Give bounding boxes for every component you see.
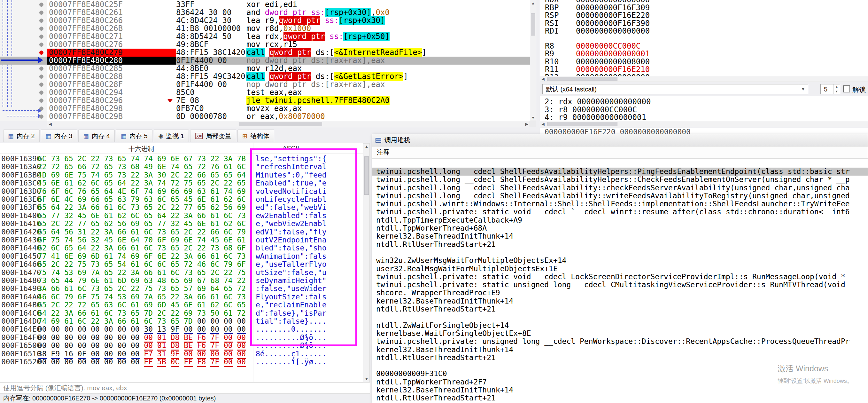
disasm-row[interactable]: 00007FF8E480C26B41:B8 00100000mov r8d,0x… bbox=[0, 25, 530, 33]
callstack-row[interactable]: twinui.pcshell.private: static void __cd… bbox=[372, 273, 868, 281]
hscroll-thumb[interactable] bbox=[547, 77, 617, 81]
callstack-row[interactable]: ntdll.ZwWaitForSingleObject+14 bbox=[372, 321, 868, 329]
instruction-dot-icon[interactable] bbox=[39, 75, 43, 79]
instruction-dot-icon[interactable] bbox=[39, 27, 43, 31]
disasm-row[interactable]: 00007FF8E480C29B0D 00000780or eax,0x8007… bbox=[0, 113, 530, 121]
disasm-row[interactable]: 00007FF8E480C27649:8BCFmov rcx,r15 bbox=[0, 40, 530, 49]
callstack-row[interactable]: twinui.pcshell.private: static void __cd… bbox=[372, 208, 868, 216]
scroll-down-icon[interactable]: ▼ bbox=[530, 115, 536, 121]
register-row[interactable]: R120000000000000000 bbox=[540, 74, 868, 76]
hscroll-thumb[interactable] bbox=[239, 122, 322, 126]
scroll-right-icon[interactable]: ▶ bbox=[524, 121, 530, 127]
disasm-row[interactable]: 00007FF8E480C2967E 08jle twinui.pcshell.… bbox=[0, 96, 530, 105]
breakpoint-dot-icon[interactable] bbox=[39, 51, 43, 55]
disasm-row[interactable]: 00007FF8E480C27948:FF15 38C14200call qwo… bbox=[0, 49, 530, 57]
disasm-row[interactable]: 00007FF8E480C29485C0test eax,eax bbox=[0, 89, 530, 96]
disassembly-hscrollbar[interactable]: ◀ ▶ bbox=[47, 121, 530, 127]
disasm-row[interactable]: 00007FF8E480C25F33FFxor edi,edi bbox=[0, 1, 530, 9]
hexdump-row[interactable]: 000F1652000 00 00 00 00 00 00 00 EE 5B 0… bbox=[0, 358, 370, 366]
scroll-down-icon[interactable]: ▼ bbox=[364, 376, 369, 382]
hexdump-row[interactable]: 000F1651038 E9 16 0F 00 00 00 00 E7 31 9… bbox=[0, 350, 370, 358]
callstack-row[interactable]: twinui.pcshell.winrt::Windows::Internal:… bbox=[372, 200, 868, 208]
view-tab[interactable]: ▦内存 2 bbox=[3, 129, 40, 142]
callstack-row[interactable]: twinui.pcshell.private: static unsigned … bbox=[372, 281, 868, 289]
unlock-checkbox[interactable] bbox=[843, 85, 850, 92]
disasm-row[interactable]: 00007FF8E480C28544:8BE0mov r12d,eax bbox=[0, 65, 530, 73]
callstack-row[interactable]: shcore._WrapperThreadProc+E9 bbox=[372, 289, 868, 297]
vscroll-thumb[interactable] bbox=[531, 13, 535, 35]
calling-convention-select[interactable]: 默认 (x64 fastcall) ▼ bbox=[542, 84, 808, 94]
callstack-row[interactable]: kernel32.BaseThreadInitThunk+14 bbox=[372, 346, 868, 354]
register-row[interactable]: R90000000000000001 bbox=[540, 50, 868, 58]
disasm-row[interactable]: 00007FF8E480C28848:FF15 49C34200call qwo… bbox=[0, 73, 530, 81]
instruction-dot-icon[interactable] bbox=[39, 34, 43, 39]
register-row[interactable]: RBP000000000F16F309 bbox=[540, 4, 868, 12]
disasm-row[interactable]: 00007FF8E480C261836424 30 00and dword pt… bbox=[0, 9, 530, 17]
callstack-titlebar[interactable]: 调用堆栈 bbox=[372, 134, 868, 146]
instruction-dot-icon[interactable] bbox=[39, 98, 43, 103]
scroll-up-icon[interactable]: ▲ bbox=[530, 0, 536, 6]
instruction-dot-icon[interactable] bbox=[39, 42, 43, 47]
callstack-row[interactable]: user32.RealMsgWaitForMultipleObjectsEx+1… bbox=[372, 265, 868, 273]
callstack-row[interactable]: ntdll.RtlUserThreadStart+21 bbox=[372, 394, 868, 402]
hscroll-thumb[interactable] bbox=[547, 122, 617, 126]
callstack-row[interactable]: kernel32.BaseThreadInitThunk+14 bbox=[372, 386, 868, 394]
callstack-row[interactable]: ntdll.RtlUserThreadStart+21 bbox=[372, 354, 868, 362]
scroll-left-icon[interactable]: ◀ bbox=[540, 121, 546, 127]
callstack-row[interactable]: ntdll.RtlUserThreadStart+21 bbox=[372, 240, 868, 249]
scroll-left-icon[interactable]: ◀ bbox=[540, 76, 546, 82]
instruction-dot-icon[interactable] bbox=[39, 3, 43, 7]
disasm-row[interactable]: 00007FF8E480C2800F1F4400 00nop dword ptr… bbox=[0, 57, 530, 65]
callstack-row[interactable]: win32u.ZwUserMsgWaitForMultipleObjectsEx… bbox=[372, 257, 868, 264]
disasm-row[interactable]: 00007FF8E480C2980FB7C0movzx eax,ax bbox=[0, 105, 530, 113]
view-tab[interactable]: ▦内存 5 bbox=[116, 129, 152, 142]
instruction-dot-icon[interactable] bbox=[39, 83, 43, 87]
register-row[interactable]: RSI000000000F16F390 bbox=[540, 20, 868, 28]
chevron-down-icon[interactable]: ▼ bbox=[798, 84, 808, 94]
callstack-row[interactable]: ntdll.RtlUserThreadStart+21 bbox=[372, 305, 868, 313]
fastcall-arg-row[interactable]: 3: r8 00000000CC000C bbox=[540, 106, 868, 114]
callstack-row[interactable]: kernel32.BaseThreadInitThunk+14 bbox=[372, 297, 868, 305]
view-tab[interactable]: ◉监视 1 bbox=[154, 129, 189, 142]
instruction-dot-icon[interactable] bbox=[39, 107, 43, 111]
callstack-row[interactable]: twinui.pcshell.long __cdecl ShellFeedsAv… bbox=[372, 184, 868, 192]
instruction-dot-icon[interactable] bbox=[39, 19, 43, 23]
disassembly-vscrollbar[interactable]: ▲ ▼ bbox=[530, 0, 536, 121]
callstack-row[interactable]: kernel32.BaseThreadInitThunk+14 bbox=[372, 232, 868, 240]
instruction-dot-icon[interactable] bbox=[39, 10, 43, 15]
disasm-row[interactable]: 00007FF8E480C2664C:8D4C24 30lea r9,qword… bbox=[0, 17, 530, 25]
fastcall-arg-row[interactable]: 4: r9 0000000000000001 bbox=[540, 114, 868, 121]
arguments-hscrollbar[interactable]: ◀ bbox=[540, 121, 868, 127]
register-row[interactable]: R11000000000F16E210 bbox=[540, 65, 868, 74]
view-tab[interactable]: ⊞结构体 bbox=[238, 129, 274, 142]
hexdump-vscrollbar[interactable]: ▲ ▼ bbox=[363, 143, 370, 382]
disasm-row[interactable]: 00007FF8E480C28F0F1F4400 00nop dword ptr… bbox=[0, 81, 530, 89]
instruction-dot-icon[interactable] bbox=[39, 115, 43, 119]
callstack-row[interactable]: ntdll.TppWorkerThread+68A bbox=[372, 224, 868, 232]
disasm-row[interactable]: 00007FF8E480C27148:8D5424 50lea rdx,qwor… bbox=[0, 33, 530, 40]
scroll-left-icon[interactable]: ◀ bbox=[47, 121, 53, 127]
callstack-row[interactable]: kernelbase.WaitForSingleObjectEx+8E bbox=[372, 329, 868, 338]
instruction-dot-icon[interactable] bbox=[39, 90, 43, 95]
instruction-dot-icon[interactable] bbox=[39, 66, 43, 71]
registers-hscrollbar[interactable]: ◀ bbox=[540, 76, 868, 82]
fastcall-arg-row[interactable]: 2: rdx 0000000000000000 bbox=[540, 98, 868, 106]
register-row[interactable]: RSP000000000F16E220 bbox=[540, 11, 868, 20]
view-tab[interactable]: ▦内存 3 bbox=[41, 129, 78, 142]
stepper-arrows-icon[interactable]: ▲▼ bbox=[833, 84, 840, 94]
hexdump-address: 000F16400 bbox=[1, 212, 41, 220]
scroll-up-icon[interactable]: ▲ bbox=[364, 144, 369, 149]
callstack-row[interactable]: twinui.pcshell.long __cdecl ShellFeedsAv… bbox=[372, 192, 868, 200]
register-row[interactable]: RDI0000000000000000 bbox=[540, 27, 868, 35]
callstack-row[interactable]: ntdll.TppTimerpExecuteCallback+A9 bbox=[372, 216, 868, 224]
argument-count-stepper[interactable]: 5 ▲▼ bbox=[820, 84, 840, 94]
view-tab[interactable]: x=局部变量 bbox=[190, 129, 236, 142]
callstack-column-header[interactable]: 注释 bbox=[372, 146, 868, 159]
callstack-row[interactable]: twinui.pcshell.private: unsigned long __… bbox=[372, 338, 868, 345]
register-row[interactable]: R100000000000008000 bbox=[540, 58, 868, 66]
vscroll-thumb[interactable] bbox=[364, 156, 369, 195]
view-tab[interactable]: ▦内存 4 bbox=[78, 129, 115, 142]
register-row[interactable]: R800000000CC000C bbox=[540, 42, 868, 50]
callstack-row[interactable]: twinui.pcshell.long __cdecl ShellFeedsAv… bbox=[372, 168, 868, 176]
callstack-row[interactable]: twinui.pcshell.long __cdecl ShellFeedsAv… bbox=[372, 176, 868, 183]
